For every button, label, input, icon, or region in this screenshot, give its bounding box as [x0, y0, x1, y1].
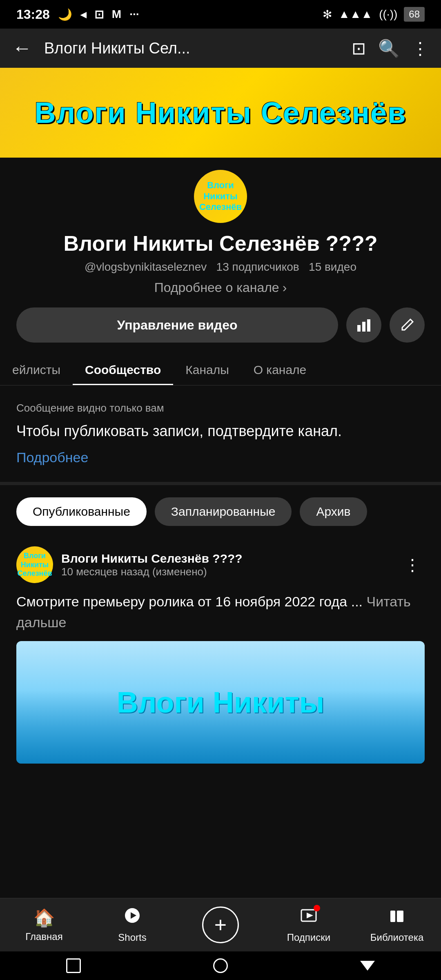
- post-header: Влоги Никиты Селезнёв Влоги Никиты Селез…: [16, 546, 425, 583]
- notification-badge: [314, 905, 320, 911]
- nav-subscriptions[interactable]: Подписки: [265, 906, 353, 943]
- channel-meta: @vlogsbynikitaseleznev 13 подписчиков 15…: [85, 261, 356, 274]
- recent-apps-button[interactable]: [61, 953, 86, 978]
- notice-text: Чтобы публиковать записи, подтвердите ка…: [16, 421, 425, 441]
- subscriptions-label: Подписки: [287, 932, 330, 943]
- filter-published[interactable]: Опубликованные: [16, 497, 147, 526]
- svg-rect-6: [397, 911, 403, 922]
- top-navigation: ← Влоги Никиты Сел... ⊡ 🔍 ⋮: [0, 29, 441, 68]
- avatar-text: Влоги Никиты Селезнёв: [196, 177, 245, 216]
- location-icon: ◂: [80, 8, 86, 21]
- preview-text: Влоги Никиты: [117, 686, 324, 719]
- edit-button[interactable]: [390, 307, 425, 343]
- post-channel-name: Влоги Никиты Селезнёв ????: [61, 552, 400, 566]
- nav-home[interactable]: 🏠 Главная: [0, 908, 88, 942]
- library-icon: [388, 906, 406, 929]
- learn-more-link[interactable]: Подробнее: [16, 450, 425, 466]
- tab-community[interactable]: Сообщество: [73, 355, 173, 385]
- search-button[interactable]: 🔍: [378, 38, 399, 58]
- chevron-right-icon: ›: [283, 280, 287, 295]
- plus-icon: +: [214, 914, 227, 935]
- notice-label: Сообщение видно только вам: [16, 402, 425, 414]
- edit-icon: [399, 317, 415, 333]
- library-label: Библиотека: [370, 932, 424, 943]
- analytics-icon: [356, 317, 372, 333]
- status-time: 13:28 🌙 ◂ ⊡ M ···: [16, 7, 139, 22]
- channel-banner: Влоги Никиты Селезнёв: [0, 68, 441, 158]
- email-icon: M: [112, 8, 121, 21]
- post-more-button[interactable]: ⋮: [400, 551, 425, 578]
- analytics-button[interactable]: [346, 307, 381, 343]
- home-label: Главная: [25, 931, 62, 942]
- tabs-container: ейлисты Сообщество Каналы О канале: [0, 355, 441, 385]
- tab-playlists[interactable]: ейлисты: [0, 355, 73, 385]
- post-info: Влоги Никиты Селезнёв ???? 10 месяцев на…: [61, 552, 400, 578]
- signal-icon: ▲▲▲: [339, 8, 372, 21]
- circle-nav-icon: [213, 958, 228, 973]
- home-system-button[interactable]: [208, 953, 233, 978]
- home-icon: 🏠: [33, 908, 55, 928]
- post-avatar-text: Влоги Никиты Селезнёв: [17, 552, 52, 578]
- status-bar: 13:28 🌙 ◂ ⊡ M ··· ✻ ▲▲▲ ((·)) 68: [0, 0, 441, 29]
- status-right: ✻ ▲▲▲ ((·)) 68: [323, 7, 425, 22]
- dots-icon: ···: [129, 8, 139, 21]
- tab-channels[interactable]: Каналы: [173, 355, 241, 385]
- moon-icon: 🌙: [58, 8, 72, 21]
- more-options-button[interactable]: ⋮: [412, 38, 429, 58]
- time-display: 13:28: [16, 7, 50, 22]
- bottom-nav-items: 🏠 Главная Shorts +: [0, 898, 441, 951]
- wifi-icon: ((·)): [379, 8, 397, 21]
- svg-marker-4: [307, 913, 313, 918]
- page-title: Влоги Никиты Сел...: [44, 40, 339, 57]
- post-preview-image[interactable]: Влоги Никиты: [16, 641, 425, 764]
- channel-info: Влоги Никиты Селезнёв Влоги Никиты Селез…: [0, 158, 441, 355]
- shorts-label: Shorts: [118, 932, 146, 943]
- filter-archive[interactable]: Архив: [300, 497, 367, 526]
- nav-add[interactable]: +: [176, 906, 265, 943]
- cast-button[interactable]: ⊡: [352, 38, 366, 58]
- subscriptions-icon: [300, 906, 318, 929]
- cast-status-icon: ⊡: [94, 8, 104, 21]
- nav-icons: ⊡ 🔍 ⋮: [352, 38, 429, 58]
- svg-rect-5: [390, 911, 395, 922]
- tab-about[interactable]: О канале: [241, 355, 319, 385]
- battery-display: 68: [404, 7, 425, 22]
- back-system-button[interactable]: [355, 953, 380, 978]
- svg-rect-1: [362, 322, 365, 332]
- svg-rect-0: [357, 325, 361, 332]
- channel-details-link[interactable]: Подробнее о канале ›: [154, 280, 287, 295]
- filter-scheduled[interactable]: Запланированные: [155, 497, 292, 526]
- post-text: Смотрите премьеру ролика от 16 ноября 20…: [16, 591, 425, 633]
- back-button[interactable]: ←: [12, 38, 32, 58]
- square-nav-icon: [66, 958, 81, 973]
- banner-text: Влоги Никиты Селезнёв: [35, 96, 407, 129]
- post-avatar: Влоги Никиты Селезнёв: [16, 546, 53, 583]
- add-button[interactable]: +: [202, 906, 239, 943]
- nav-shorts[interactable]: Shorts: [88, 906, 176, 943]
- chevron-nav-icon: [360, 961, 375, 971]
- channel-name: Влоги Никиты Селезнёв ????: [64, 231, 378, 256]
- system-nav-bar: [0, 951, 441, 980]
- bluetooth-icon: ✻: [323, 8, 332, 21]
- post-item: Влоги Никиты Селезнёв Влоги Никиты Селез…: [0, 538, 441, 772]
- nav-library[interactable]: Библиотека: [353, 906, 441, 943]
- action-row: Управление видео: [16, 307, 425, 343]
- post-time: 10 месяцев назад (изменено): [61, 566, 400, 578]
- svg-rect-2: [367, 319, 370, 332]
- bottom-navigation: 🏠 Главная Shorts +: [0, 898, 441, 980]
- channel-avatar: Влоги Никиты Селезнёв: [194, 170, 247, 223]
- community-section: Сообщение видно только вам Чтобы публико…: [0, 385, 441, 485]
- shorts-icon: [123, 906, 141, 929]
- manage-video-button[interactable]: Управление видео: [16, 307, 338, 343]
- post-filters: Опубликованные Запланированные Архив: [0, 485, 441, 538]
